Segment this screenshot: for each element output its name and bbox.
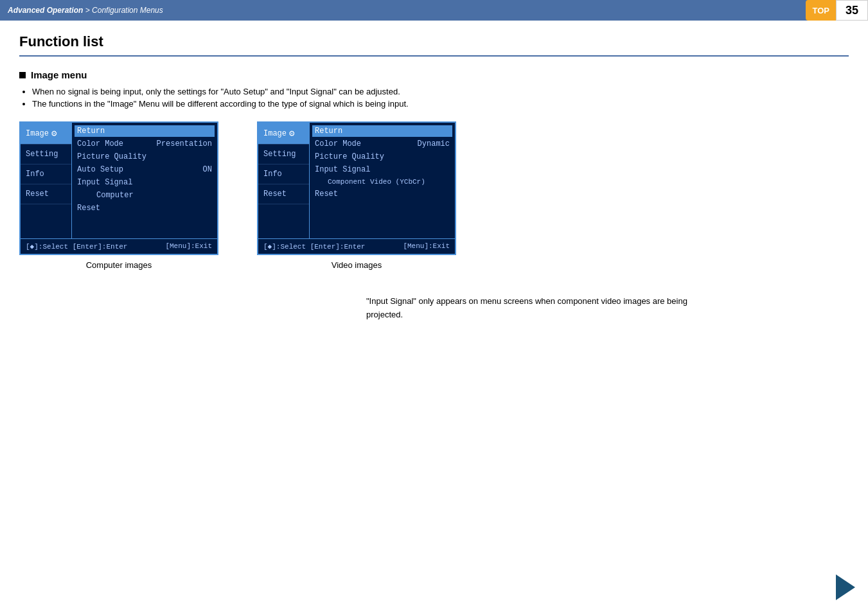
return-label: Return (77, 127, 105, 136)
video-colormode-value: Dynamic (418, 139, 450, 148)
computer-row-return: Return (75, 125, 215, 137)
video-row-colormode: Color Mode Dynamic (315, 138, 450, 150)
computer-menu-inner: Image ⚙ Setting Info Reset (21, 123, 217, 238)
video-gear-icon: ⚙ (289, 128, 294, 139)
comp-reset-label: Reset (77, 204, 100, 213)
section-heading-label: Image menu (31, 69, 87, 80)
computer-row-picturequality: Picture Quality (77, 151, 212, 163)
top-badge-container: TOP 35 (806, 0, 868, 21)
inputsignal-label: Input Signal (77, 178, 132, 187)
info-label: Info (26, 170, 44, 179)
video-caption: Video images (332, 260, 382, 270)
breadcrumb-advanced: Advanced Operation (8, 6, 83, 15)
breadcrumb: Advanced Operation > Configuration Menus (8, 6, 163, 15)
info-text: "Input Signal" only appears on menu scre… (366, 295, 687, 322)
computer-footer-right: [Menu]:Exit (165, 242, 212, 251)
page-number: 35 (836, 0, 868, 21)
computer-row-inputsignal: Input Signal (77, 177, 212, 188)
page-title: Function list (19, 33, 849, 57)
video-row-inputsignal: Input Signal (315, 164, 450, 175)
video-menu-item-reset[interactable]: Reset (258, 184, 309, 204)
computer-row-colormode: Color Mode Presentation (77, 138, 212, 150)
computer-menu-right: Return Color Mode Presentation Picture Q… (72, 123, 217, 238)
computer-menu: Image ⚙ Setting Info Reset (19, 121, 218, 255)
colormode-value: Presentation (157, 139, 212, 148)
header-bar: Advanced Operation > Configuration Menus… (0, 0, 868, 21)
video-row-component: Component Video (YCbCr) (315, 177, 450, 187)
computer-menu-item-setting[interactable]: Setting (21, 145, 71, 164)
video-picturequality-label: Picture Quality (315, 152, 384, 161)
video-menu-item-info[interactable]: Info (258, 164, 309, 184)
computer-menu-item-reset[interactable]: Reset (21, 184, 71, 204)
video-menu: Image ⚙ Setting Info Reset (257, 121, 456, 255)
breadcrumb-separator: > (83, 6, 92, 15)
video-menu-block: Image ⚙ Setting Info Reset (257, 121, 456, 270)
video-row-return: Return (312, 125, 452, 137)
video-row-picturequality: Picture Quality (315, 151, 450, 163)
bullet-list: When no signal is being input, only the … (32, 87, 849, 109)
autosetup-value: ON (203, 165, 212, 174)
reset-label: Reset (26, 190, 49, 199)
video-setting-label: Setting (263, 150, 296, 159)
image-label: Image (26, 129, 49, 138)
square-icon (19, 72, 26, 78)
computer-row-reset: Reset (77, 202, 212, 214)
autosetup-label: Auto Setup (77, 165, 123, 174)
bullet-item-1: When no signal is being input, only the … (32, 87, 849, 96)
computer-indent-label: Computer (77, 191, 134, 200)
video-reset-label: Reset (263, 190, 287, 199)
computer-footer-left: [◆]:Select [Enter]:Enter (26, 242, 127, 251)
video-inputsignal-label: Input Signal (315, 165, 370, 174)
video-component-label: Component Video (YCbCr) (315, 178, 425, 186)
video-menu-item-setting[interactable]: Setting (258, 145, 309, 164)
video-info-label: Info (263, 170, 282, 179)
main-content: Function list Image menu When no signal … (0, 21, 868, 348)
colormode-label: Color Mode (77, 139, 123, 148)
section-heading-image-menu: Image menu (19, 69, 849, 80)
video-colormode-label: Color Mode (315, 139, 361, 148)
video-menu-item-image[interactable]: Image ⚙ (258, 123, 309, 145)
gear-icon: ⚙ (51, 128, 57, 139)
video-reset-row-label: Reset (315, 190, 338, 199)
video-image-label: Image (263, 129, 287, 138)
computer-row-autosetup: Auto Setup ON (77, 164, 212, 175)
top-badge[interactable]: TOP (806, 0, 836, 21)
computer-menu-block: Image ⚙ Setting Info Reset (19, 121, 218, 270)
computer-caption: Computer images (86, 260, 152, 270)
right-column: "Input Signal" only appears on menu scre… (366, 289, 849, 322)
computer-menu-item-info[interactable]: Info (21, 164, 71, 184)
menu-screenshots: Image ⚙ Setting Info Reset (19, 121, 849, 322)
breadcrumb-section: Configuration Menus (92, 6, 163, 15)
video-menu-right: Return Color Mode Dynamic Picture Qualit… (310, 123, 455, 238)
video-return-label: Return (315, 127, 342, 136)
video-row-reset: Reset (315, 188, 450, 200)
video-menu-left: Image ⚙ Setting Info Reset (258, 123, 310, 238)
computer-menu-item-image[interactable]: Image ⚙ (21, 123, 71, 145)
bullet-item-2: The functions in the "Image" Menu will b… (32, 99, 849, 109)
video-footer-left: [◆]:Select [Enter]:Enter (263, 242, 365, 251)
nav-arrow-container[interactable] (836, 574, 855, 600)
video-footer-right: [Menu]:Exit (403, 242, 450, 251)
computer-row-computer: Computer (77, 190, 212, 201)
next-page-arrow[interactable] (836, 574, 855, 600)
computer-menu-footer: [◆]:Select [Enter]:Enter [Menu]:Exit (21, 238, 217, 254)
video-menu-footer: [◆]:Select [Enter]:Enter [Menu]:Exit (258, 238, 455, 254)
computer-menu-left: Image ⚙ Setting Info Reset (21, 123, 72, 238)
setting-label: Setting (26, 150, 58, 159)
video-menu-inner: Image ⚙ Setting Info Reset (258, 123, 455, 238)
picturequality-label: Picture Quality (77, 152, 146, 161)
